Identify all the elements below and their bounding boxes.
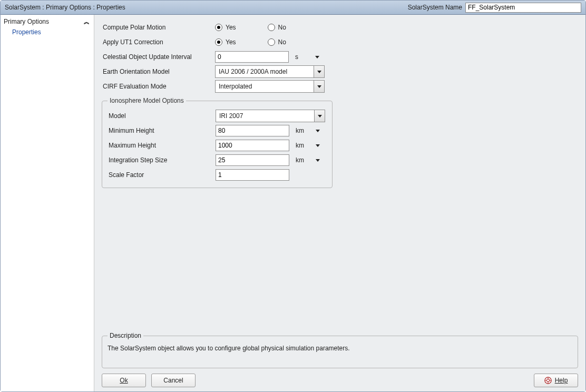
combo-text: IAU 2006 / 2000A model xyxy=(216,67,314,76)
chevron-down-icon xyxy=(316,159,320,162)
row-iono-model: Model IRI 2007 xyxy=(108,109,327,123)
label-scale-factor: Scale Factor xyxy=(108,171,216,179)
button-row: Ok Cancel Help xyxy=(102,373,578,387)
dialog-window: SolarSystem : Primary Options : Properti… xyxy=(0,0,586,392)
row-max-height: Maximum Height km xyxy=(108,138,327,153)
combo-earth-orientation[interactable]: IAU 2006 / 2000A model xyxy=(215,65,325,78)
description-text: The SolarSystem object allows you to con… xyxy=(108,345,572,352)
chevron-down-icon xyxy=(317,71,321,73)
chevron-down-icon xyxy=(317,85,321,88)
solarsystem-name-label: SolarSystem Name xyxy=(408,4,462,11)
combo-cirf-mode[interactable]: Interpolated xyxy=(215,80,325,93)
label-compute-polar-motion: Compute Polar Motion xyxy=(102,24,215,31)
unit-step-size[interactable]: km xyxy=(296,156,320,164)
unit-update-interval[interactable]: s xyxy=(295,53,319,61)
combo-text: Interpolated xyxy=(216,82,314,91)
radio-dot-icon xyxy=(268,24,275,31)
combo-dropdown-button[interactable] xyxy=(314,66,324,77)
unit-text: km xyxy=(296,156,306,164)
radio-polar-yes[interactable]: Yes xyxy=(215,24,236,31)
combo-iono-model[interactable]: IRI 2007 xyxy=(216,110,325,122)
chevron-down-icon xyxy=(316,144,320,147)
combo-dropdown-button[interactable] xyxy=(314,81,324,92)
radio-label: Yes xyxy=(226,38,236,46)
row-earth-orientation: Earth Orientation Model IAU 2006 / 2000A… xyxy=(102,64,578,79)
radio-ut1-no[interactable]: No xyxy=(268,38,286,46)
combo-text: IRI 2007 xyxy=(216,111,314,121)
legend-description: Description xyxy=(108,332,143,339)
label-max-height: Maximum Height xyxy=(108,142,216,149)
chevron-down-icon xyxy=(318,115,322,117)
radiogroup-compute-polar-motion: Yes No xyxy=(215,24,286,31)
label-iono-model: Model xyxy=(108,112,216,120)
label-cirf-mode: CIRF Evaluation Mode xyxy=(102,83,215,90)
unit-max-height[interactable]: km xyxy=(296,142,320,149)
solarsystem-name-input[interactable] xyxy=(465,3,581,13)
button-label: Cancel xyxy=(163,377,183,384)
combo-dropdown-button[interactable] xyxy=(314,110,325,122)
row-update-interval: Celestial Object Update Interval s xyxy=(102,50,578,64)
unit-text: km xyxy=(296,142,306,149)
unit-text: km xyxy=(296,127,306,134)
help-button[interactable]: Help xyxy=(534,374,578,387)
collapse-icon[interactable]: ︽ xyxy=(84,19,90,25)
content-body: Primary Options ︽ Properties Compute Pol… xyxy=(1,15,585,391)
input-step-size[interactable] xyxy=(216,154,289,166)
radio-polar-no[interactable]: No xyxy=(268,24,286,31)
sidebar-tree: Primary Options ︽ Properties xyxy=(1,15,94,391)
row-min-height: Minimum Height km xyxy=(108,123,327,138)
spacer xyxy=(102,188,578,332)
legend-ionosphere: Ionosphere Model Options xyxy=(108,97,186,104)
label-min-height: Minimum Height xyxy=(108,127,216,134)
ok-button[interactable]: Ok xyxy=(102,374,146,387)
button-label: Ok xyxy=(120,377,128,384)
row-apply-ut1: Apply UT1 Correction Yes No xyxy=(102,35,578,50)
titlebar: SolarSystem : Primary Options : Properti… xyxy=(1,1,585,15)
radio-dot-icon xyxy=(268,38,275,46)
cancel-button[interactable]: Cancel xyxy=(151,374,196,387)
row-scale-factor: Scale Factor xyxy=(108,168,327,182)
row-step-size: Integration Step Size km xyxy=(108,153,327,168)
label-apply-ut1: Apply UT1 Correction xyxy=(102,38,215,46)
tree-root-label: Primary Options xyxy=(4,18,49,25)
button-label: Help xyxy=(555,377,568,384)
input-max-height[interactable] xyxy=(216,140,289,151)
label-earth-orientation: Earth Orientation Model xyxy=(102,68,215,75)
svg-point-1 xyxy=(546,379,549,381)
breadcrumb: SolarSystem : Primary Options : Properti… xyxy=(5,4,408,11)
radio-dot-icon xyxy=(215,24,222,31)
unit-text: s xyxy=(295,53,306,61)
input-update-interval[interactable] xyxy=(215,51,289,63)
radio-ut1-yes[interactable]: Yes xyxy=(215,38,236,46)
group-ionosphere: Ionosphere Model Options Model IRI 2007 … xyxy=(102,97,333,188)
chevron-down-icon xyxy=(316,130,320,132)
unit-min-height[interactable]: km xyxy=(296,127,320,134)
tree-item-properties[interactable]: Properties xyxy=(1,26,94,38)
input-scale-factor[interactable] xyxy=(216,169,289,181)
group-description: Description The SolarSystem object allow… xyxy=(102,332,578,368)
row-cirf-mode: CIRF Evaluation Mode Interpolated xyxy=(102,79,578,94)
main-panel: Compute Polar Motion Yes No Apply UT1 Co… xyxy=(94,15,585,391)
label-update-interval: Celestial Object Update Interval xyxy=(102,53,215,61)
tree-root-primary-options[interactable]: Primary Options ︽ xyxy=(1,17,94,26)
radiogroup-apply-ut1: Yes No xyxy=(215,38,286,46)
label-step-size: Integration Step Size xyxy=(108,156,216,164)
radio-label: Yes xyxy=(226,24,236,31)
input-min-height[interactable] xyxy=(216,125,289,136)
help-lifebuoy-icon xyxy=(544,377,552,384)
radio-label: No xyxy=(278,38,286,46)
chevron-down-icon xyxy=(315,56,319,58)
radio-label: No xyxy=(278,24,286,31)
row-compute-polar-motion: Compute Polar Motion Yes No xyxy=(102,20,578,35)
radio-dot-icon xyxy=(215,38,222,46)
